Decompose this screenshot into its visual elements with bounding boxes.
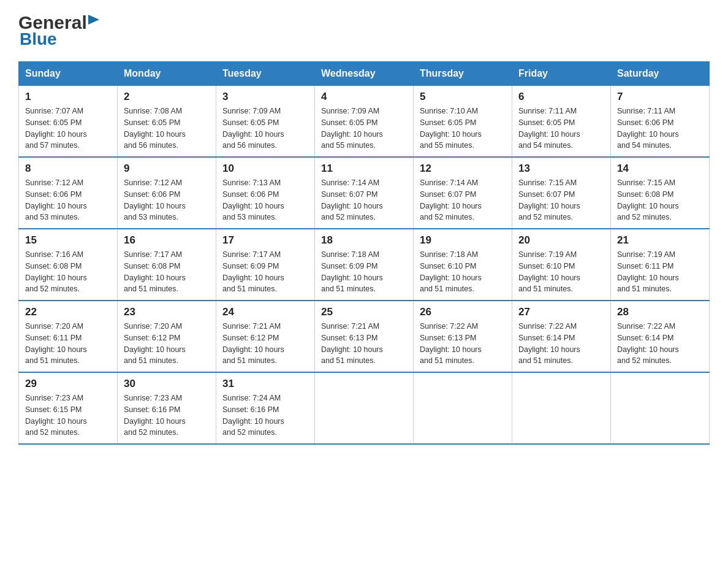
calendar-cell: 25 Sunrise: 7:21 AM Sunset: 6:13 PM Dayl… [315, 301, 414, 372]
day-number: 18 [321, 234, 407, 247]
day-number: 6 [518, 91, 604, 103]
calendar-header-sunday: Sunday [19, 62, 118, 86]
day-info: Sunrise: 7:22 AM Sunset: 6:14 PM Dayligh… [617, 321, 703, 367]
calendar-cell: 23 Sunrise: 7:20 AM Sunset: 6:12 PM Dayl… [118, 301, 216, 372]
calendar-header-wednesday: Wednesday [315, 62, 414, 86]
day-number: 9 [124, 163, 210, 175]
day-number: 28 [617, 306, 703, 318]
day-info: Sunrise: 7:19 AM Sunset: 6:10 PM Dayligh… [518, 249, 604, 295]
calendar-header-thursday: Thursday [414, 62, 512, 86]
day-info: Sunrise: 7:22 AM Sunset: 6:13 PM Dayligh… [420, 321, 506, 367]
calendar-cell: 2 Sunrise: 7:08 AM Sunset: 6:05 PM Dayli… [118, 86, 216, 158]
day-number: 26 [420, 306, 506, 318]
day-number: 16 [124, 234, 210, 247]
day-number: 29 [25, 378, 111, 390]
calendar-cell [611, 372, 710, 444]
day-number: 22 [25, 306, 111, 318]
day-info: Sunrise: 7:09 AM Sunset: 6:05 PM Dayligh… [222, 105, 308, 151]
calendar-cell [414, 372, 512, 444]
calendar-cell: 7 Sunrise: 7:11 AM Sunset: 6:06 PM Dayli… [611, 86, 710, 158]
calendar-cell: 14 Sunrise: 7:15 AM Sunset: 6:08 PM Dayl… [611, 157, 710, 229]
calendar-week-row: 22 Sunrise: 7:20 AM Sunset: 6:11 PM Dayl… [19, 301, 710, 372]
day-number: 15 [25, 234, 111, 247]
day-number: 5 [420, 91, 506, 103]
calendar-cell: 26 Sunrise: 7:22 AM Sunset: 6:13 PM Dayl… [414, 301, 512, 372]
calendar-cell: 6 Sunrise: 7:11 AM Sunset: 6:05 PM Dayli… [512, 86, 611, 158]
day-info: Sunrise: 7:23 AM Sunset: 6:15 PM Dayligh… [25, 393, 111, 439]
day-number: 21 [617, 234, 703, 247]
logo-blue: Blue [18, 29, 57, 49]
calendar-cell: 8 Sunrise: 7:12 AM Sunset: 6:06 PM Dayli… [19, 157, 118, 229]
calendar-week-row: 15 Sunrise: 7:16 AM Sunset: 6:08 PM Dayl… [19, 229, 710, 301]
day-info: Sunrise: 7:14 AM Sunset: 6:07 PM Dayligh… [321, 177, 407, 223]
day-number: 17 [222, 234, 308, 247]
calendar-cell: 1 Sunrise: 7:07 AM Sunset: 6:05 PM Dayli… [19, 86, 118, 158]
calendar-cell: 10 Sunrise: 7:13 AM Sunset: 6:06 PM Dayl… [216, 157, 315, 229]
calendar-week-row: 1 Sunrise: 7:07 AM Sunset: 6:05 PM Dayli… [19, 86, 710, 158]
logo: General Blue [18, 12, 102, 49]
page-header: General Blue [18, 12, 710, 49]
calendar-cell: 13 Sunrise: 7:15 AM Sunset: 6:07 PM Dayl… [512, 157, 611, 229]
calendar-cell: 11 Sunrise: 7:14 AM Sunset: 6:07 PM Dayl… [315, 157, 414, 229]
calendar-header-monday: Monday [118, 62, 216, 86]
svg-marker-0 [88, 15, 99, 25]
calendar-header-row: SundayMondayTuesdayWednesdayThursdayFrid… [19, 62, 710, 86]
day-info: Sunrise: 7:20 AM Sunset: 6:12 PM Dayligh… [124, 321, 210, 367]
day-info: Sunrise: 7:24 AM Sunset: 6:16 PM Dayligh… [222, 393, 308, 439]
calendar-cell: 27 Sunrise: 7:22 AM Sunset: 6:14 PM Dayl… [512, 301, 611, 372]
calendar-cell [512, 372, 611, 444]
calendar-cell: 16 Sunrise: 7:17 AM Sunset: 6:08 PM Dayl… [118, 229, 216, 301]
day-info: Sunrise: 7:22 AM Sunset: 6:14 PM Dayligh… [518, 321, 604, 367]
day-number: 19 [420, 234, 506, 247]
day-info: Sunrise: 7:08 AM Sunset: 6:05 PM Dayligh… [124, 105, 210, 151]
calendar-cell: 28 Sunrise: 7:22 AM Sunset: 6:14 PM Dayl… [611, 301, 710, 372]
day-number: 10 [222, 163, 308, 175]
calendar-cell: 24 Sunrise: 7:21 AM Sunset: 6:12 PM Dayl… [216, 301, 315, 372]
calendar-cell: 19 Sunrise: 7:18 AM Sunset: 6:10 PM Dayl… [414, 229, 512, 301]
calendar-cell: 17 Sunrise: 7:17 AM Sunset: 6:09 PM Dayl… [216, 229, 315, 301]
day-number: 7 [617, 91, 703, 103]
day-number: 3 [222, 91, 308, 103]
day-info: Sunrise: 7:12 AM Sunset: 6:06 PM Dayligh… [25, 177, 111, 223]
day-info: Sunrise: 7:18 AM Sunset: 6:10 PM Dayligh… [420, 249, 506, 295]
day-number: 31 [222, 378, 308, 390]
calendar-header-friday: Friday [512, 62, 611, 86]
day-info: Sunrise: 7:12 AM Sunset: 6:06 PM Dayligh… [124, 177, 210, 223]
day-info: Sunrise: 7:20 AM Sunset: 6:11 PM Dayligh… [25, 321, 111, 367]
day-info: Sunrise: 7:11 AM Sunset: 6:05 PM Dayligh… [518, 105, 604, 151]
calendar-cell: 3 Sunrise: 7:09 AM Sunset: 6:05 PM Dayli… [216, 86, 315, 158]
day-info: Sunrise: 7:15 AM Sunset: 6:07 PM Dayligh… [518, 177, 604, 223]
calendar-cell [315, 372, 414, 444]
day-info: Sunrise: 7:09 AM Sunset: 6:05 PM Dayligh… [321, 105, 407, 151]
calendar-cell: 29 Sunrise: 7:23 AM Sunset: 6:15 PM Dayl… [19, 372, 118, 444]
calendar-week-row: 8 Sunrise: 7:12 AM Sunset: 6:06 PM Dayli… [19, 157, 710, 229]
day-number: 20 [518, 234, 604, 247]
calendar-cell: 4 Sunrise: 7:09 AM Sunset: 6:05 PM Dayli… [315, 86, 414, 158]
day-info: Sunrise: 7:11 AM Sunset: 6:06 PM Dayligh… [617, 105, 703, 151]
day-number: 2 [124, 91, 210, 103]
day-info: Sunrise: 7:17 AM Sunset: 6:09 PM Dayligh… [222, 249, 308, 295]
day-number: 14 [617, 163, 703, 175]
day-info: Sunrise: 7:18 AM Sunset: 6:09 PM Dayligh… [321, 249, 407, 295]
day-info: Sunrise: 7:17 AM Sunset: 6:08 PM Dayligh… [124, 249, 210, 295]
day-info: Sunrise: 7:13 AM Sunset: 6:06 PM Dayligh… [222, 177, 308, 223]
day-number: 25 [321, 306, 407, 318]
day-number: 27 [518, 306, 604, 318]
day-number: 13 [518, 163, 604, 175]
day-info: Sunrise: 7:19 AM Sunset: 6:11 PM Dayligh… [617, 249, 703, 295]
calendar-cell: 12 Sunrise: 7:14 AM Sunset: 6:07 PM Dayl… [414, 157, 512, 229]
calendar-cell: 22 Sunrise: 7:20 AM Sunset: 6:11 PM Dayl… [19, 301, 118, 372]
calendar-cell: 21 Sunrise: 7:19 AM Sunset: 6:11 PM Dayl… [611, 229, 710, 301]
calendar-cell: 18 Sunrise: 7:18 AM Sunset: 6:09 PM Dayl… [315, 229, 414, 301]
calendar-cell: 30 Sunrise: 7:23 AM Sunset: 6:16 PM Dayl… [118, 372, 216, 444]
calendar-cell: 9 Sunrise: 7:12 AM Sunset: 6:06 PM Dayli… [118, 157, 216, 229]
day-number: 12 [420, 163, 506, 175]
day-info: Sunrise: 7:23 AM Sunset: 6:16 PM Dayligh… [124, 393, 210, 439]
day-number: 4 [321, 91, 407, 103]
day-number: 1 [25, 91, 111, 103]
calendar-header-tuesday: Tuesday [216, 62, 315, 86]
calendar-cell: 15 Sunrise: 7:16 AM Sunset: 6:08 PM Dayl… [19, 229, 118, 301]
day-info: Sunrise: 7:15 AM Sunset: 6:08 PM Dayligh… [617, 177, 703, 223]
day-number: 8 [25, 163, 111, 175]
calendar-header-saturday: Saturday [611, 62, 710, 86]
